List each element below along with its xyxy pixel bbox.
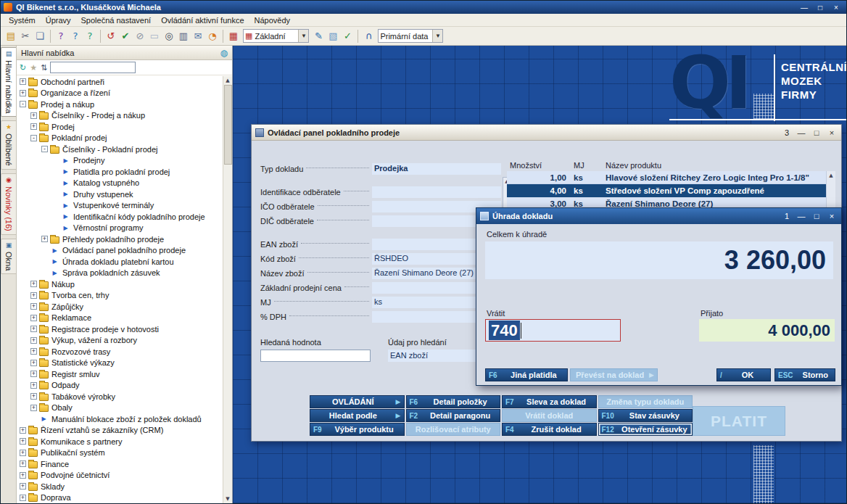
pos-action-button[interactable]: Vrátit doklad: [502, 409, 597, 422]
tree-expander[interactable]: +: [30, 382, 37, 389]
other-tender-button[interactable]: F6 Jiná platidla: [485, 368, 568, 381]
tree-expander[interactable]: +: [20, 90, 26, 96]
tree-expander[interactable]: +: [20, 427, 26, 434]
tab-hlavni-nabidka[interactable]: ▤ Hlavní nabídka: [1, 47, 16, 117]
tree-item[interactable]: +Přehledy pokladního prodeje: [17, 234, 232, 245]
tree-expander[interactable]: +: [30, 112, 37, 119]
menu-item[interactable]: Úpravy: [41, 15, 76, 26]
tree-item[interactable]: -Prodej a nákup: [17, 99, 232, 110]
menu-item[interactable]: Společná nastavení: [76, 15, 157, 26]
ok-button[interactable]: / OK: [716, 368, 771, 381]
pos-action-button[interactable]: F10 Stav zásuvky: [598, 409, 693, 422]
table-row[interactable]: 1,00 ks Hlavové složení Ritchey Zero Log…: [507, 171, 835, 184]
pos-action-button[interactable]: F7 Sleva za doklad: [502, 395, 597, 408]
tree-item[interactable]: +Správa pokladních zásuvek: [17, 268, 232, 279]
minimize-button[interactable]: —: [796, 212, 807, 220]
maximize-button[interactable]: □: [813, 2, 827, 12]
column-header-mj[interactable]: MJ: [572, 161, 603, 170]
sort-icon[interactable]: ⇅: [41, 64, 47, 72]
tree-item[interactable]: +Komunikace s partnery: [17, 436, 232, 447]
field-value[interactable]: Prodejka: [372, 163, 501, 175]
menu-item[interactable]: Systém: [4, 15, 41, 26]
new-record-icon[interactable]: ▭: [147, 29, 162, 44]
pos-action-button[interactable]: F4 Zrušit doklad: [502, 423, 597, 436]
copy-icon[interactable]: ❏: [33, 29, 47, 44]
tree-expander[interactable]: +: [30, 348, 37, 355]
column-header-name[interactable]: Název produktu: [603, 161, 835, 170]
tree-expander[interactable]: +: [41, 236, 48, 242]
pos-window-titlebar[interactable]: Ovládací panel pokladního prodeje 3 — □ …: [252, 125, 841, 141]
tree-item[interactable]: +Obchodní partneři: [17, 76, 232, 88]
tree-expander[interactable]: +: [20, 483, 26, 489]
view-combo[interactable]: ▦ Základní ▼: [243, 29, 309, 43]
tree-item[interactable]: +Statistické výkazy: [17, 358, 232, 369]
tree-item[interactable]: +Katalog vstupného: [17, 178, 232, 189]
received-input[interactable]: 4 000,00: [699, 319, 835, 342]
undo-icon[interactable]: ↺: [104, 29, 118, 44]
confirm-icon[interactable]: ✔: [118, 29, 133, 44]
apply-view-icon[interactable]: ✓: [340, 29, 355, 44]
tab-oblibene[interactable]: ★ Oblíbené: [1, 120, 16, 170]
pos-action-button[interactable]: Hledat podle ▶: [310, 409, 405, 422]
tree-item[interactable]: +Věrnostní programy: [17, 223, 232, 234]
tree-item[interactable]: +Odpady: [17, 380, 232, 392]
close-button[interactable]: ×: [826, 128, 838, 137]
tree-item[interactable]: +Identifikační kódy pokladního prodeje: [17, 211, 232, 223]
tree-expander[interactable]: +: [30, 292, 37, 299]
tree-scrollbar[interactable]: ▲ ▼: [223, 76, 232, 503]
tree-item[interactable]: +Prodej: [17, 121, 232, 133]
maximize-button[interactable]: □: [811, 128, 822, 137]
tree-expander[interactable]: -: [20, 101, 26, 107]
convert-to-document-button[interactable]: Převést na doklad ▶: [570, 368, 658, 381]
tree-item[interactable]: +Reklamace: [17, 313, 232, 324]
whats-this-icon[interactable]: ?: [68, 29, 83, 44]
menu-item[interactable]: Ovládání aktivní funkce: [156, 15, 249, 26]
tree-item[interactable]: +Organizace a řízení: [17, 88, 232, 99]
close-button[interactable]: ×: [826, 212, 838, 220]
tree-item[interactable]: +Nákup: [17, 278, 232, 290]
tree-item[interactable]: +Vstupenkové terminály: [17, 200, 232, 212]
table-scrollbar[interactable]: ▲: [826, 171, 835, 210]
scroll-up-icon[interactable]: ▲: [226, 76, 229, 85]
pos-action-button[interactable]: F9 Výběr produktu: [310, 423, 405, 436]
tree-expander[interactable]: +: [30, 337, 37, 344]
tab-okna[interactable]: ▣ Okna: [1, 239, 16, 274]
tree-expander[interactable]: -: [41, 146, 48, 152]
tree-expander[interactable]: +: [30, 405, 37, 411]
edit-view-icon[interactable]: ✎: [311, 29, 326, 44]
search-value-input[interactable]: [260, 350, 371, 362]
chevron-down-icon[interactable]: ▼: [298, 30, 308, 42]
cancel-button[interactable]: ESC Storno: [774, 368, 835, 381]
tab-novinky[interactable]: ◉ Novinky (16): [1, 173, 16, 235]
tree-expander[interactable]: +: [20, 438, 26, 445]
table-row[interactable]: 4,00 ks Středové složení VP Comp zapouzd…: [507, 184, 835, 197]
pos-action-button[interactable]: Změna typu dokladu: [598, 395, 693, 408]
mail-icon[interactable]: ✉: [191, 29, 205, 44]
pos-action-button[interactable]: Rozlišovací atributy: [406, 423, 501, 436]
tree-item[interactable]: +Rozvozové trasy: [17, 346, 232, 358]
menu-item[interactable]: Nápovědy: [249, 15, 296, 26]
tree-item[interactable]: +Podvojné účetnictví: [17, 470, 232, 482]
tree-expander[interactable]: +: [30, 315, 37, 321]
tree-item[interactable]: +Druhy vstupenek: [17, 189, 232, 200]
tree-item[interactable]: +Číselníky - Prodej a nákup: [17, 110, 232, 122]
tree-item[interactable]: +Tvorba cen, trhy: [17, 290, 232, 302]
tree-expander[interactable]: +: [30, 360, 37, 366]
tree-item[interactable]: +Finance: [17, 458, 232, 470]
change-input[interactable]: 740: [485, 319, 621, 342]
tree-expander[interactable]: +: [20, 450, 26, 456]
tree-expander[interactable]: +: [30, 303, 37, 310]
pos-action-button[interactable]: F6 Detail položky: [406, 395, 501, 408]
minimize-button[interactable]: —: [796, 128, 807, 137]
chevron-down-icon[interactable]: ▼: [432, 30, 442, 42]
refresh-icon[interactable]: ↻: [20, 64, 26, 72]
pay-button[interactable]: PLATIT: [693, 406, 785, 436]
tree-expander[interactable]: +: [30, 123, 37, 130]
tree-item[interactable]: +Zápůjčky: [17, 301, 232, 313]
help-icon[interactable]: ?: [54, 29, 68, 44]
tree-expander[interactable]: +: [30, 281, 37, 287]
cut-icon[interactable]: ✂: [18, 29, 33, 44]
tree-expander[interactable]: +: [30, 371, 37, 377]
tree-item[interactable]: +Úhrada dokladu platební kartou: [17, 256, 232, 268]
tree-item[interactable]: +Řízení vztahů se zákazníky (CRM): [17, 425, 232, 437]
